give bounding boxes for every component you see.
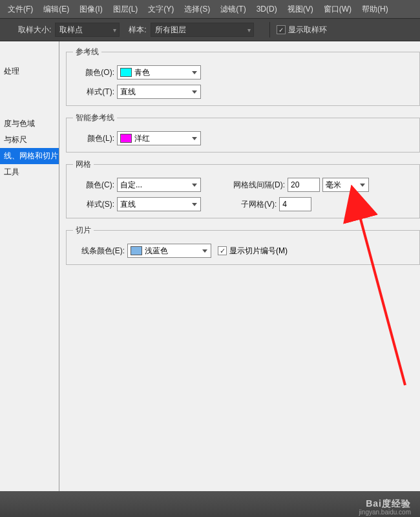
menu-file[interactable]: 文件(F) [3, 4, 38, 15]
sample-size-label: 取样大小: [18, 25, 51, 36]
smart-guides-color-label: 颜色(L): [73, 133, 114, 144]
guides-style-select[interactable]: 直线 [117, 85, 201, 99]
smart-guides-group: 智能参考线 颜色(L): 洋红 [66, 112, 420, 153]
show-ring-checkbox[interactable]: ✓ [277, 25, 286, 34]
options-bar: 取样大小: 取样点 样本: 所有图层 ✓ 显示取样环 [0, 18, 420, 41]
guides-color-label: 颜色(O): [73, 67, 114, 78]
sidebar-item-gamut[interactable]: 度与色域 [0, 116, 59, 132]
cyan-swatch-icon [120, 68, 132, 77]
slice-color-label: 线条颜色(E): [73, 246, 125, 257]
grid-color-label: 颜色(C): [73, 180, 114, 191]
preferences-content: 参考线 颜色(O): 青色 样式(T): 直线 智能参考线 颜色(L): [59, 41, 420, 491]
menu-select[interactable]: 选择(S) [179, 4, 215, 15]
menu-window[interactable]: 窗口(W) [319, 4, 357, 15]
guides-color-select[interactable]: 青色 [117, 65, 201, 79]
smart-guides-color-select[interactable]: 洋红 [117, 131, 201, 145]
grid-group: 网格 颜色(C): 自定... 网格线间隔(D): 20 毫米 样式(S): 直… [66, 159, 420, 218]
sample-label: 样本: [129, 25, 146, 36]
grid-spacing-unit-select[interactable]: 毫米 [322, 178, 369, 192]
slice-legend: 切片 [73, 225, 94, 236]
sidebar-item-rulers[interactable]: 与标尺 [0, 132, 59, 148]
guides-style-label: 样式(T): [73, 87, 114, 98]
menu-edit[interactable]: 编辑(E) [38, 4, 74, 15]
sidebar-item-guides-grid-slices[interactable]: 线、网格和切片 [0, 148, 59, 164]
menu-bar: 文件(F) 编辑(E) 图像(I) 图层(L) 文字(Y) 选择(S) 滤镜(T… [0, 0, 420, 18]
grid-spacing-label: 网格线间隔(D): [233, 180, 285, 191]
show-slice-number-checkbox[interactable]: ✓ [218, 246, 227, 255]
grid-color-select[interactable]: 自定... [117, 178, 201, 192]
sidebar-item-tools[interactable]: 工具 [0, 164, 59, 180]
toolbar-divider [269, 22, 270, 37]
show-ring-label: 显示取样环 [288, 25, 327, 36]
guides-legend: 参考线 [73, 47, 101, 58]
subgrid-input[interactable]: 4 [279, 197, 311, 211]
menu-help[interactable]: 帮助(H) [357, 4, 394, 15]
slice-color-select[interactable]: 浅蓝色 [127, 244, 211, 258]
subgrid-label: 子网格(V): [241, 199, 277, 210]
baidu-url: jingyan.baidu.com [359, 509, 411, 516]
menu-view[interactable]: 视图(V) [282, 4, 319, 15]
watermark-footer: Bai度经验 jingyan.baidu.com [0, 491, 420, 517]
sidebar-item-handling[interactable]: 处理 [0, 63, 59, 79]
sample-size-dropdown[interactable]: 取样点 [55, 23, 120, 37]
menu-image[interactable]: 图像(I) [74, 4, 107, 15]
smart-guides-legend: 智能参考线 [73, 112, 117, 123]
menu-filter[interactable]: 滤镜(T) [215, 4, 251, 15]
preferences-sidebar: 处理 度与色域 与标尺 线、网格和切片 工具 [0, 41, 59, 491]
magenta-swatch-icon [120, 134, 132, 143]
grid-spacing-input[interactable]: 20 [288, 178, 320, 192]
menu-3d[interactable]: 3D(D) [251, 5, 282, 14]
show-slice-number-label: 显示切片编号(M) [229, 246, 288, 257]
grid-legend: 网格 [73, 159, 94, 170]
sample-dropdown[interactable]: 所有图层 [151, 23, 254, 37]
workspace: 处理 度与色域 与标尺 线、网格和切片 工具 参考线 颜色(O): 青色 样式(… [0, 41, 420, 491]
menu-layer[interactable]: 图层(L) [108, 4, 143, 15]
grid-style-label: 样式(S): [73, 199, 114, 210]
grid-style-select[interactable]: 直线 [117, 197, 201, 211]
menu-type[interactable]: 文字(Y) [143, 4, 179, 15]
slice-group: 切片 线条颜色(E): 浅蓝色 ✓ 显示切片编号(M) [66, 225, 420, 265]
guides-group: 参考线 颜色(O): 青色 样式(T): 直线 [66, 47, 420, 106]
lightblue-swatch-icon [131, 246, 142, 255]
